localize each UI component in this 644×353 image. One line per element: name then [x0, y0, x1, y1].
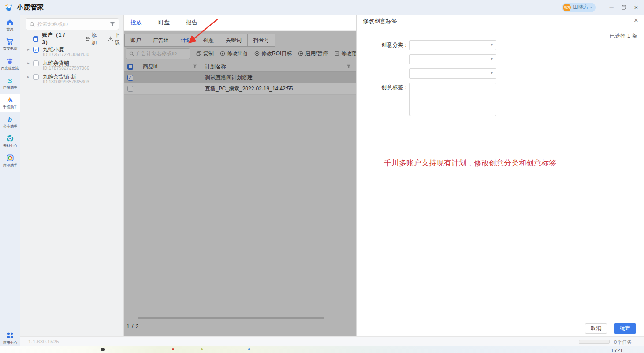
accounts-panel: 账户（1 / 3） 添加 下载 ▸ 九维小鹿 ID:17251722030684… [20, 15, 124, 336]
tab-account[interactable]: 账户 [124, 34, 147, 47]
modify-bid-button[interactable]: 修改出价 [220, 50, 248, 57]
main-body: 账户 广告组 计划 创意 关键词 抖音号 复制 [124, 31, 356, 336]
tab-delivery[interactable]: 投放 [128, 19, 144, 30]
accounts-count-label: 账户（1 / 3） [42, 31, 73, 46]
account-checkbox[interactable] [33, 74, 39, 80]
confirm-button[interactable]: 确定 [614, 323, 636, 334]
task-progress-bar [579, 340, 610, 344]
copy-button[interactable]: 复制 [196, 50, 214, 57]
modify-bid-label: 修改出价 [227, 50, 248, 57]
main-content: 投放 盯盘 报告 账户 广告组 计划 创意 关键词 抖音号 复制 [124, 15, 356, 336]
account-item[interactable]: ▸ 九维杂货铺 ID:1787582737997066 [20, 59, 124, 73]
expand-caret-icon[interactable]: ▸ [27, 47, 30, 52]
main-tab-bar: 投放 盯盘 报告 [124, 15, 356, 31]
person-add-icon [85, 36, 90, 41]
app-title: 小鹿管家 [17, 3, 44, 11]
account-search-input[interactable] [37, 22, 107, 27]
sidebar-item-app-center[interactable]: 应用中心 [0, 330, 20, 346]
target-icon [254, 51, 260, 56]
filter-funnel-icon[interactable] [193, 64, 197, 69]
shopping-cart-icon [6, 38, 14, 45]
app-logo-icon [4, 3, 13, 12]
account-item[interactable]: ▸ 九维杂货铺-新 ID:1800899657665603 [20, 73, 124, 86]
pagination: 1 / 2 [127, 323, 139, 330]
window-minimize-button[interactable]: ─ [605, 0, 618, 15]
filter-funnel-icon[interactable] [346, 64, 351, 69]
sidebar-item-jutou[interactable]: S 巨投助手 [0, 75, 20, 92]
creative-tag-form: 创意分类 : ▾ ▾ ▾ 创意标签 : [357, 40, 496, 120]
table-row[interactable]: 测试直播间计划搭建 [124, 72, 356, 83]
sidebar-item-label: 应用中心 [3, 340, 17, 345]
scrollbar-thumb[interactable] [138, 317, 324, 319]
download-button[interactable]: 下载 [108, 31, 124, 46]
version-label: 1.1.630.1525 [28, 339, 59, 344]
cancel-button[interactable]: 取消 [585, 323, 607, 334]
accounts-header: 账户（1 / 3） 添加 下载 [20, 34, 124, 44]
plan-search-input[interactable] [136, 51, 186, 56]
taskbar-icon [101, 348, 105, 351]
tab-report[interactable]: 报告 [184, 19, 200, 30]
modify-creative-tag-drawer: 修改创意标签 × 已选择 1 条 创意分类 : ▾ ▾ ▾ 创意标签 : 千川多… [356, 15, 644, 336]
sidebar-item-baidu-feed[interactable]: 百度信息流 [0, 55, 20, 73]
window-restore-button[interactable] [618, 0, 630, 15]
column-header-product-id[interactable]: 商品id [137, 63, 201, 71]
sidebar-item-label: 百度电商 [3, 46, 17, 51]
enable-pause-button[interactable]: 启用/暂停 [298, 50, 328, 57]
expand-caret-icon[interactable]: ▸ [27, 75, 30, 79]
table-select-all-checkbox[interactable] [127, 64, 133, 70]
sidebar-item-home[interactable]: 首页 [0, 16, 20, 34]
sidebar-item-label: 百度信息流 [1, 66, 19, 71]
sidebar-item-tencent[interactable]: 腾讯助手 [0, 152, 20, 170]
creative-category-select-2[interactable]: ▾ [409, 54, 496, 64]
filter-icon[interactable] [110, 22, 115, 27]
row-checkbox[interactable] [127, 75, 133, 81]
drawer-note: 千川多账户支持现有计划，修改创意分类和创意标签 [384, 158, 556, 168]
bing-icon: b [8, 115, 12, 123]
account-checkbox[interactable] [33, 47, 39, 53]
creative-category-label: 创意分类 : [357, 40, 409, 50]
search-icon [129, 51, 134, 56]
column-header-plan-name[interactable]: 计划名称 [201, 63, 356, 71]
budget-icon [334, 51, 339, 56]
account-checkbox[interactable] [33, 60, 39, 66]
user-menu[interactable]: 晓方 田晓方 ▾ [562, 3, 596, 12]
expand-caret-icon[interactable]: ▸ [27, 61, 30, 65]
modify-roi-button[interactable]: 修改ROI目标 [254, 50, 292, 57]
tab-monitor[interactable]: 盯盘 [156, 19, 172, 30]
table-row[interactable]: 直播_PC_搜索_2022-02-19_14:42:55 [124, 83, 356, 95]
accounts-select-all-checkbox[interactable] [33, 36, 38, 42]
tab-creative[interactable]: 创意 [197, 34, 220, 47]
horizontal-scrollbar[interactable] [124, 317, 356, 319]
window-close-button[interactable]: × [630, 0, 642, 15]
taskbar-icon [248, 348, 250, 350]
sidebar-item-baidu-ecommerce[interactable]: 百度电商 [0, 36, 20, 53]
creative-category-select-3[interactable]: ▾ [409, 68, 496, 79]
download-label: 下载 [115, 31, 124, 46]
entity-tab-bar: 账户 广告组 计划 创意 关键词 抖音号 [125, 34, 275, 47]
account-id: ID:1725172203068430 [43, 52, 89, 57]
sidebar-item-material-center[interactable]: 素材中心 [0, 133, 20, 150]
task-count-label[interactable]: 0个任务 [614, 339, 632, 345]
row-checkbox[interactable] [127, 86, 133, 92]
account-item[interactable]: ▸ 九维小鹿 ID:1725172203068430 [20, 45, 124, 59]
sidebar-item-label: 素材中心 [3, 143, 17, 148]
table-header-row: 商品id 计划名称 [124, 62, 356, 72]
account-search-box [26, 18, 119, 30]
modify-budget-button[interactable]: 修改预算 [334, 50, 356, 57]
os-taskbar-sliver: 15:21 [0, 346, 644, 353]
creative-category-select-1[interactable]: ▾ [409, 40, 496, 50]
tab-douyin[interactable]: 抖音号 [247, 34, 275, 47]
accounts-list: ▸ 九维小鹿 ID:1725172203068430 ▸ 九维杂货铺 ID:17… [20, 45, 124, 86]
tab-ad-group[interactable]: 广告组 [147, 34, 175, 47]
chevron-down-icon: ▾ [590, 5, 592, 9]
taskbar-icon [201, 348, 203, 350]
sidebar-item-bing[interactable]: b 必应助手 [0, 113, 20, 131]
close-icon[interactable]: × [633, 16, 638, 25]
tab-keyword[interactable]: 关键词 [220, 34, 248, 47]
enable-pause-label: 启用/暂停 [305, 50, 328, 57]
sidebar-item-qiantou[interactable]: 千投助手 [0, 94, 20, 112]
sidebar-item-label: 必应助手 [3, 124, 17, 129]
tab-plan[interactable]: 计划 [175, 34, 197, 47]
add-account-button[interactable]: 添加 [85, 31, 101, 46]
creative-tag-textarea[interactable] [409, 83, 496, 116]
